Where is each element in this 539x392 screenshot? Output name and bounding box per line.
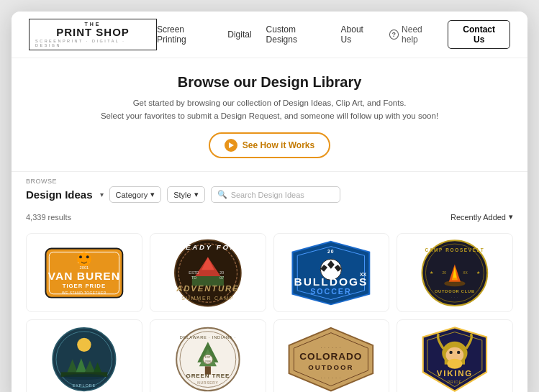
results-bar: 4,339 results Recently Added ▾ — [12, 209, 527, 226]
play-triangle — [229, 142, 234, 148]
nav-links: Screen Printing Digital Custom Designs A… — [157, 24, 375, 45]
svg-point-45 — [53, 328, 115, 391]
design-card-forest[interactable]: EXPLORE — [26, 319, 142, 392]
design-card-viking[interactable]: VIKING PRIDE — [397, 319, 513, 392]
svg-text:20: 20 — [328, 249, 335, 254]
svg-text:VAN BUREN: VAN BUREN — [48, 270, 120, 282]
svg-text:DELAWARE · INDIANA ·: DELAWARE · INDIANA · — [180, 335, 236, 339]
svg-text:WE STAND TOGETHER: WE STAND TOGETHER — [62, 291, 107, 294]
svg-text:ADVENTURE: ADVENTURE — [176, 284, 239, 293]
browser-window: THE PRINT SHOP SCREENPRINT · DIGITAL · D… — [12, 12, 527, 392]
svg-text:· · ·: · · · — [451, 296, 458, 299]
search-box[interactable]: 🔍 Search Design Ideas — [211, 186, 340, 203]
svg-text:OUTDOOR: OUTDOOR — [309, 363, 354, 371]
browse-label: Browse — [26, 178, 513, 185]
nav-custom-designs[interactable]: Custom Designs — [266, 24, 327, 45]
contact-button[interactable]: Contact Us — [448, 20, 510, 49]
play-icon — [225, 139, 237, 152]
help-icon: ? — [389, 29, 399, 40]
svg-text:COLORADO: COLORADO — [300, 350, 363, 361]
logo-sub: SCREENPRINT · DIGITAL · DESIGN — [35, 39, 150, 47]
svg-text:PRIDE: PRIDE — [448, 380, 463, 384]
style-dropdown[interactable]: Style ▾ — [167, 186, 204, 203]
design-card-colorado[interactable]: · · · · · · COLORADO OUTDOOR · · · · · · — [273, 319, 390, 392]
svg-point-53 — [64, 374, 105, 380]
svg-text:XX: XX — [463, 271, 468, 275]
svg-point-7 — [77, 252, 91, 265]
category-dropdown[interactable]: Category ▾ — [109, 186, 162, 203]
svg-text:20: 20 — [443, 271, 447, 275]
svg-text:★: ★ — [430, 270, 433, 275]
svg-text:SUMMER CAMP: SUMMER CAMP — [181, 295, 234, 300]
hero-description: Get started by browsing our collection o… — [40, 96, 499, 123]
svg-text:NURSERY: NURSERY — [197, 381, 218, 385]
svg-text:CAMP ROOSEVELT: CAMP ROOSEVELT — [425, 247, 485, 252]
svg-point-78 — [450, 350, 453, 353]
nav-digital[interactable]: Digital — [227, 29, 251, 40]
svg-text:VIKING: VIKING — [437, 369, 473, 378]
hero-section: Browse our Design Library Get started by… — [12, 58, 527, 172]
svg-text:READY FOR: READY FOR — [178, 243, 237, 251]
sort-chevron: ▾ — [509, 212, 513, 222]
svg-text:07: 07 — [219, 275, 224, 279]
nav-screen-printing[interactable]: Screen Printing — [157, 24, 213, 45]
need-help[interactable]: ? Need help — [389, 24, 440, 45]
search-icon: 🔍 — [217, 190, 227, 199]
svg-point-47 — [77, 337, 91, 351]
style-chevron: ▾ — [194, 190, 199, 199]
design-card-bulldogs[interactable]: 20 XX BULLDOGS SOCCER — [273, 233, 390, 312]
logo-name: PRINT SHOP — [56, 27, 130, 39]
nav-about[interactable]: About Us — [341, 24, 375, 45]
filter-row: Design Ideas ▾ Category ▾ Style ▾ 🔍 Sear… — [26, 186, 513, 203]
designs-grid: EST. 2001 VAN BUREN TIGER PRIDE WE STAND… — [12, 226, 527, 392]
design-card-adventure[interactable]: READY FOR ESTD TD 20 07 ADVENTURE SUMMER… — [150, 233, 266, 312]
nav-right: ? Need help Contact Us — [389, 20, 510, 49]
svg-text:EST: EST — [205, 355, 211, 359]
svg-text:GREEN TREE: GREEN TREE — [186, 373, 230, 379]
navigation: THE PRINT SHOP SCREENPRINT · DIGITAL · D… — [12, 12, 527, 58]
svg-point-77 — [448, 358, 463, 368]
svg-text:OUTDOOR CLUB: OUTDOOR CLUB — [435, 289, 475, 293]
results-count: 4,339 results — [26, 213, 71, 222]
svg-text:EXPLORE: EXPLORE — [73, 383, 96, 388]
category-chevron: ▾ — [150, 190, 155, 199]
design-card-van-buren[interactable]: EST. 2001 VAN BUREN TIGER PRIDE WE STAND… — [26, 233, 142, 312]
svg-text:· · · · · ·: · · · · · · — [321, 375, 342, 379]
browse-chevron: ▾ — [100, 191, 104, 199]
search-placeholder: Search Design Ideas — [231, 191, 304, 199]
svg-text:TIGER PRIDE: TIGER PRIDE — [63, 283, 106, 289]
svg-text:SOCCER: SOCCER — [311, 286, 352, 295]
design-card-camp-roosevelt[interactable]: CAMP ROOSEVELT ★ ★ 20 XX OUTDOOR CLUB · … — [397, 233, 513, 312]
svg-point-9 — [86, 255, 89, 258]
need-help-label: Need help — [402, 24, 439, 45]
browse-title-selector[interactable]: Design Ideas ▾ — [26, 188, 104, 201]
logo[interactable]: THE PRINT SHOP SCREENPRINT · DIGITAL · D… — [29, 19, 157, 50]
svg-text:· · · · · ·: · · · · · · — [321, 345, 342, 350]
filter-bar: Browse Design Ideas ▾ Category ▾ Style ▾… — [12, 171, 527, 209]
svg-point-79 — [457, 350, 460, 353]
svg-text:20: 20 — [219, 270, 224, 275]
svg-text:2006: 2006 — [204, 359, 212, 363]
svg-text:TD: TD — [191, 275, 196, 279]
browse-title: Design Ideas — [26, 188, 93, 201]
hero-title: Browse our Design Library — [40, 74, 499, 91]
svg-text:★: ★ — [476, 270, 480, 275]
svg-text:ESTD: ESTD — [189, 270, 199, 275]
svg-text:BULLDOGS: BULLDOGS — [294, 275, 368, 288]
see-how-button[interactable]: See How it Works — [209, 132, 330, 158]
svg-point-8 — [79, 255, 82, 258]
design-card-green-tree[interactable]: DELAWARE · INDIANA · EST 2006 GREEN TREE… — [150, 319, 266, 392]
sort-dropdown[interactable]: Recently Added ▾ — [450, 212, 513, 222]
